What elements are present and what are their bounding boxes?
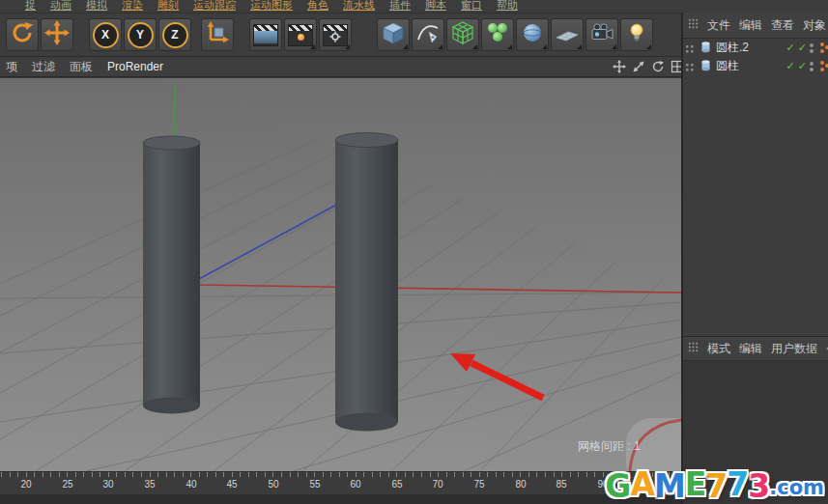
lock-y-button[interactable]: Y — [124, 18, 157, 51]
viewport-3d[interactable]: 网格间距 : 1 — [0, 78, 681, 471]
menubar-item-sculpt[interactable]: 雕刻 — [157, 0, 179, 13]
menubar-item-mograph[interactable]: 运动图形 — [250, 0, 293, 13]
menubar-item-pipeline[interactable]: 流水线 — [343, 0, 375, 13]
object-name[interactable]: 圆柱 — [716, 58, 739, 74]
pen-icon — [415, 20, 441, 49]
cube-primitive-button[interactable] — [377, 18, 410, 51]
timeline-ruler[interactable]: 20 25 30 35 40 45 50 55 60 65 70 75 80 8… — [0, 471, 681, 495]
pen-spline-button[interactable] — [412, 18, 444, 51]
render-view-button[interactable] — [249, 18, 282, 51]
floor-plane-button[interactable] — [551, 18, 584, 51]
watermark-letter: E — [685, 467, 706, 502]
viewport-scene: 网格间距 : 1 — [0, 78, 681, 471]
subdivision-surface-button[interactable] — [446, 18, 479, 51]
light-button[interactable] — [620, 18, 653, 51]
lock-z-button[interactable]: Z — [158, 18, 191, 51]
object-row-cylinder2[interactable]: 圆柱.2 ✓ ✓ — [683, 39, 828, 57]
om-menu-edit[interactable]: 编辑 — [739, 17, 762, 34]
render-settings-button[interactable] — [319, 18, 352, 51]
watermark-letter: M — [654, 469, 685, 504]
ruler-label: 85 — [556, 479, 566, 490]
watermark-letter: A — [630, 467, 654, 502]
render-settings-icon — [323, 24, 348, 46]
cloner-button[interactable] — [481, 18, 514, 51]
menubar: 捉 动画 模拟 渲染 雕刻 运动跟踪 运动图形 角色 流水线 插件 脚本 窗口 … — [0, 0, 828, 14]
visibility-dots-icon[interactable] — [810, 62, 814, 71]
menubar-item-plugins[interactable]: 插件 — [389, 0, 411, 13]
lock-y-icon: Y — [128, 22, 154, 48]
enable-check-icon[interactable]: ✓ — [786, 42, 795, 53]
menubar-item-animate[interactable]: 动画 — [50, 0, 71, 13]
om-menu-object[interactable]: 对象 — [803, 17, 826, 34]
menubar-item-render[interactable]: 渲染 — [122, 0, 143, 13]
cylinder-object-icon — [700, 41, 712, 56]
menubar-item-0[interactable]: 捉 — [25, 0, 36, 13]
enable-check-icon[interactable]: ✓ — [786, 61, 795, 71]
lock-x-button[interactable]: X — [89, 18, 122, 51]
menubar-item-character[interactable]: 角色 — [307, 0, 328, 13]
render-picture-viewer-button[interactable] — [284, 18, 317, 51]
pan-icon[interactable] — [612, 59, 627, 74]
coordinate-system-button[interactable] — [201, 18, 234, 51]
menubar-item-window[interactable]: 窗口 — [461, 0, 482, 13]
ruler-label: 50 — [268, 479, 278, 490]
menubar-item-help[interactable]: 帮助 — [497, 0, 518, 13]
main-toolbar: X Y Z — [0, 14, 687, 57]
lock-x-label: X — [101, 28, 109, 42]
tree-handle-icon[interactable] — [686, 62, 694, 75]
am-menu-mode[interactable]: 模式 — [707, 341, 730, 357]
watermark-letter: 7 — [705, 469, 727, 504]
light-bulb-icon — [624, 20, 649, 49]
phong-check-icon[interactable]: ✓ — [798, 61, 807, 71]
visibility-dots-icon[interactable] — [810, 43, 814, 53]
am-menu-userdata[interactable]: 用户数据 — [771, 341, 817, 357]
phong-check-icon[interactable]: ✓ — [798, 42, 807, 53]
ruler-label: 70 — [432, 479, 443, 490]
ruler-label: 30 — [102, 479, 113, 490]
cylinder-left[interactable] — [143, 136, 200, 414]
lock-x-icon: X — [93, 22, 119, 48]
om-menu-file[interactable]: 文件 — [707, 17, 730, 34]
move-tool-button[interactable] — [41, 18, 73, 51]
am-menu-edit[interactable]: 编辑 — [739, 341, 762, 357]
camera-icon — [588, 20, 615, 49]
ruler-ticks — [0, 472, 681, 477]
ruler-label: 60 — [350, 479, 360, 490]
deformer-sphere-icon — [520, 20, 545, 49]
bottom-strip — [0, 494, 681, 504]
rotate-view-icon[interactable] — [650, 59, 666, 74]
object-name[interactable]: 圆柱.2 — [716, 40, 749, 56]
right-panel: 文件 编辑 查看 对象 — [681, 13, 828, 504]
deformer-button[interactable] — [516, 18, 549, 51]
camera-button[interactable] — [585, 18, 618, 51]
dolly-icon[interactable] — [631, 59, 646, 74]
ruler-label: 20 — [20, 479, 31, 490]
watermark-letter: G — [605, 469, 630, 504]
rotate-icon — [10, 20, 35, 49]
watermark-suffix: .com — [769, 473, 824, 502]
cylinder-right[interactable] — [335, 133, 398, 432]
viewport-menu-options[interactable]: 项 — [6, 59, 17, 75]
viewport-menu-prorender[interactable]: ProRender — [107, 60, 163, 73]
ruler-label: 25 — [62, 479, 72, 490]
om-menu-view[interactable]: 查看 — [771, 17, 794, 34]
cube-icon — [381, 20, 406, 49]
menubar-item-script[interactable]: 脚本 — [425, 0, 446, 13]
subdivision-cube-icon — [450, 20, 475, 49]
attribute-manager-header: 模式 编辑 用户数据 — [683, 336, 828, 361]
viewport-menu-panel[interactable]: 面板 — [70, 59, 93, 75]
rotate-tool-button[interactable] — [6, 18, 39, 51]
grip-dots-icon[interactable] — [688, 18, 699, 32]
layer-dots-icon[interactable] — [820, 42, 824, 46]
tree-handle-icon[interactable] — [686, 43, 694, 57]
viewport-menu-filter[interactable]: 过滤 — [32, 59, 55, 75]
menubar-item-motion-tracker[interactable]: 运动跟踪 — [193, 0, 236, 13]
ruler-label: 55 — [309, 479, 320, 490]
game773-watermark: G A M E 7 7 3 .com — [605, 469, 824, 504]
object-row-cylinder[interactable]: 圆柱 ✓ ✓ — [683, 57, 828, 75]
viewport-menubar: 项 过滤 面板 ProRender — [0, 57, 681, 77]
ruler-label: 40 — [186, 479, 196, 490]
layer-dots-icon[interactable] — [820, 61, 824, 65]
grip-dots-icon[interactable] — [688, 342, 699, 355]
menubar-item-simulate[interactable]: 模拟 — [86, 0, 107, 13]
